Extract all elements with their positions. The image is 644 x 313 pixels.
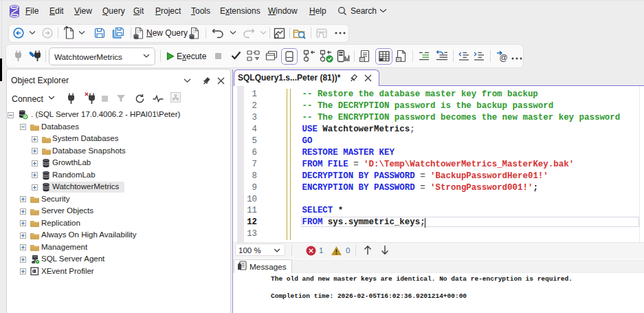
svg-text:@: @: [500, 53, 508, 62]
svg-text:01: 01: [397, 58, 401, 61]
svg-text:01: 01: [361, 58, 365, 61]
